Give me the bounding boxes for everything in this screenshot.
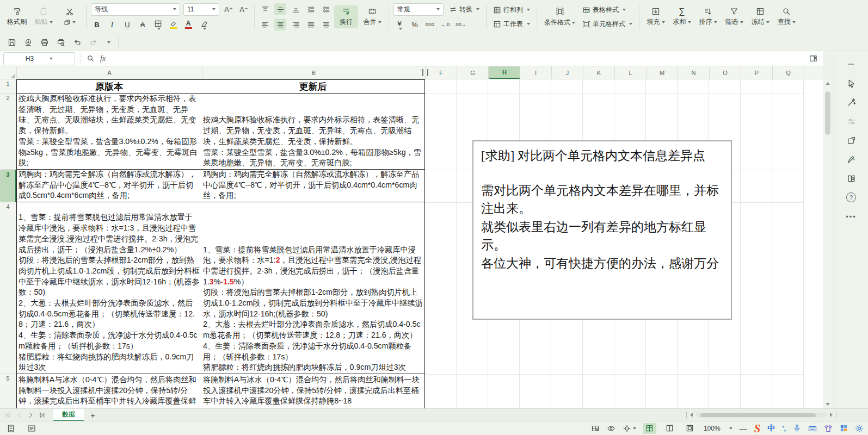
grow-font-button[interactable]: A⁺	[223, 3, 235, 15]
zoom-level[interactable]: 100%	[704, 425, 721, 432]
currency-format-button[interactable]: ¥	[393, 18, 405, 30]
wrap-text-button[interactable]: 换行	[334, 5, 358, 28]
column-header-G[interactable]: G	[457, 66, 489, 79]
select-all-corner[interactable]	[0, 66, 17, 79]
ime-toolbox-icon[interactable]	[840, 424, 848, 432]
number-format-select[interactable]: 常规	[393, 3, 444, 16]
status-doc-icon[interactable]	[7, 424, 15, 433]
insert-function-button[interactable]: fx	[100, 54, 106, 63]
align-top-button[interactable]	[259, 3, 271, 15]
cell-B2[interactable]: 按鸡大胸原料验收标准执行，要求内外标示相符，表签清晰、无过期、无异物，无变质，无…	[201, 94, 425, 170]
cell-B1[interactable]: 更新后	[201, 79, 425, 94]
name-box[interactable]: H3	[3, 52, 75, 65]
save-button[interactable]	[8, 38, 16, 47]
scroll-right-arrow[interactable]	[830, 413, 833, 417]
vertical-scroll-thumb[interactable]	[825, 91, 830, 135]
fill-button[interactable]: 填充	[644, 5, 668, 28]
horizontal-scroll-thumb[interactable]	[700, 413, 816, 417]
row-header-5[interactable]: 5	[0, 374, 16, 408]
sheet-tab-active[interactable]: 数据	[53, 409, 84, 421]
filter-button[interactable]: 筛选	[722, 5, 746, 28]
book-search-icon[interactable]	[846, 173, 857, 184]
cell-A2[interactable]: 按鸡大胸原料验收标准执行，要求内外标示相符，表签清晰、无过期、无异物，无变质，无…	[16, 94, 202, 170]
freeze-panes-button[interactable]: 冻结	[748, 5, 772, 28]
increase-decimal-button[interactable]: ←.0	[439, 18, 451, 30]
adjust-sliders-icon[interactable]	[846, 116, 857, 127]
column-header-K[interactable]: K	[583, 66, 615, 79]
quickbar-more-button[interactable]	[106, 38, 110, 47]
floating-text-box[interactable]: [求助] 对比两个单元格内文本信息差异点需对比两个单元格内文本差异在哪里，并标注…	[472, 140, 732, 320]
column-header-A[interactable]: A	[17, 66, 202, 79]
locate-cell-icon[interactable]	[623, 424, 636, 433]
font-name-select[interactable]: 等线	[91, 3, 180, 16]
decrease-indent-button[interactable]	[305, 3, 317, 15]
cell-A1[interactable]: 原版本	[16, 79, 202, 94]
rows-and-columns-button[interactable]: 行和列	[491, 4, 532, 16]
align-center-button[interactable]	[274, 18, 286, 30]
sort-button[interactable]: 排序	[696, 5, 720, 28]
column-header-Q[interactable]: Q	[773, 66, 804, 79]
column-header-N[interactable]: N	[678, 66, 710, 79]
scroll-up-arrow[interactable]	[826, 82, 830, 85]
ime-punctuation-icon[interactable]: ’,	[782, 425, 786, 432]
thousands-separator-button[interactable]: 000	[424, 18, 436, 30]
bold-button[interactable]: B	[91, 18, 103, 30]
undo-button[interactable]	[73, 38, 82, 47]
print-button[interactable]	[40, 38, 49, 47]
first-sheet-button[interactable]	[4, 412, 11, 419]
sogou-ime-icon[interactable]: S	[754, 423, 761, 434]
paste-button[interactable]: 粘贴	[32, 5, 56, 28]
eraser-button[interactable]	[198, 18, 210, 30]
align-bottom-button[interactable]	[290, 3, 301, 15]
align-middle-button[interactable]	[274, 3, 286, 15]
cell-B3[interactable]: 鸡胸肉：鸡肉需完全解冻（自然解冻或流水解冻），解冻至产品中心温度4℃--8℃，对…	[201, 170, 425, 202]
cursor-select-icon[interactable]	[846, 78, 857, 89]
hidden-columns-marker[interactable]	[422, 69, 428, 76]
percent-format-button[interactable]: %	[409, 18, 421, 30]
previous-sheet-button[interactable]	[16, 412, 23, 419]
scroll-left-arrow[interactable]	[690, 413, 693, 417]
highlight-color-button[interactable]	[167, 18, 179, 30]
increase-indent-button[interactable]	[320, 3, 332, 15]
cell-A4[interactable]: 1、雪菜：提前将雪菜脱包过滤后用常温清水放置于冷藏库中浸泡，要求物料：水=1:3…	[16, 202, 202, 374]
ime-chinese-icon[interactable]: 中	[767, 424, 775, 433]
cell-B4[interactable]: 1、雪菜：提前将雪菜脱包过滤后用常温清水放置于冷藏库中浸泡，要求物料：水=1:2…	[201, 202, 425, 374]
column-header-I[interactable]: I	[520, 66, 552, 79]
sheet-grid[interactable]: 12345 原版本 更新后 按鸡大胸原料验收标准执行，要求内外标示相符，表签清晰…	[0, 79, 823, 408]
font-size-select[interactable]: 11	[183, 3, 219, 16]
collapse-sidebar-icon[interactable]	[846, 59, 857, 70]
align-left-button[interactable]	[259, 18, 271, 30]
cell-B5[interactable]: 将腌制料A与冰水（0-4℃）混合均匀，然后将肉丝和腌制料一块投入滚揉机中滚揉20…	[201, 374, 425, 408]
print-preview-button[interactable]	[57, 38, 65, 47]
distributed-button[interactable]	[320, 18, 332, 30]
row-header-4[interactable]: 4	[0, 202, 16, 374]
column-header-J[interactable]: J	[552, 66, 583, 79]
task-pane-icon[interactable]	[809, 54, 817, 63]
underline-button[interactable]: U	[121, 18, 133, 30]
magic-wand-icon[interactable]	[846, 97, 857, 108]
redo-button[interactable]	[89, 38, 98, 47]
decrease-decimal-button[interactable]: .00→	[454, 18, 466, 30]
shrink-font-button[interactable]: A⁻	[238, 3, 250, 15]
row-header-3[interactable]: 3	[0, 170, 16, 202]
cell-style-button[interactable]: 单元格样式	[580, 18, 635, 30]
column-header-B[interactable]: B	[202, 66, 426, 79]
column-header-L[interactable]: L	[615, 66, 647, 79]
help-icon[interactable]: ?	[846, 192, 857, 203]
justify-button[interactable]	[305, 18, 317, 30]
sum-button[interactable]: ∑ 求和	[670, 5, 694, 28]
status-outline-icon[interactable]	[27, 424, 36, 433]
scroll-down-arrow[interactable]	[826, 403, 830, 406]
cut-copy-button[interactable]	[58, 6, 82, 27]
vertical-scrollbar[interactable]	[824, 79, 832, 408]
row-header-2[interactable]: 2	[0, 94, 16, 170]
column-header-P[interactable]: P	[741, 66, 773, 79]
horizontal-scrollbar[interactable]	[686, 412, 836, 418]
formula-search-icon[interactable]	[87, 54, 95, 63]
borders-button[interactable]	[152, 18, 164, 30]
ime-skin-icon[interactable]	[824, 424, 833, 433]
column-header-O[interactable]: O	[710, 66, 741, 79]
signature-pen-icon[interactable]	[846, 154, 857, 165]
zoom-out-icon[interactable]: —	[740, 424, 747, 433]
column-header-M[interactable]: M	[647, 66, 678, 79]
